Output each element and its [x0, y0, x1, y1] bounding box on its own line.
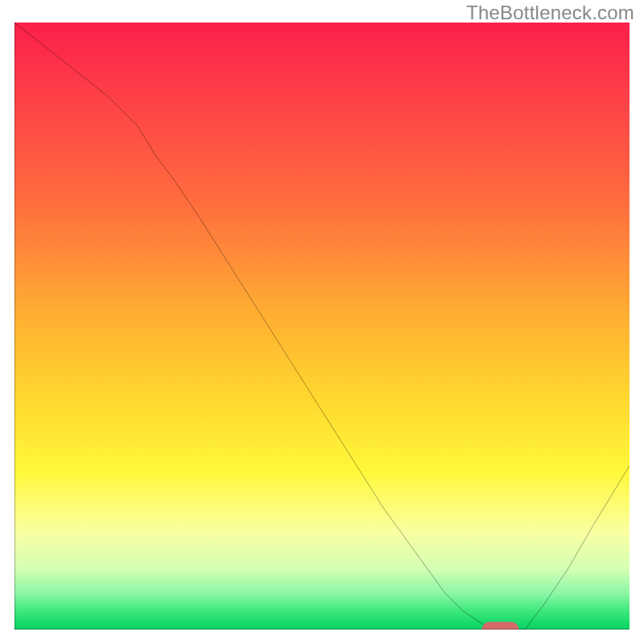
bottleneck-curve: [14, 23, 630, 630]
chart-overlay: [14, 23, 630, 630]
chart-container: TheBottleneck.com: [0, 0, 644, 644]
optimal-marker: [482, 622, 519, 630]
watermark-text: TheBottleneck.com: [466, 2, 634, 24]
plot-frame: [14, 23, 630, 630]
